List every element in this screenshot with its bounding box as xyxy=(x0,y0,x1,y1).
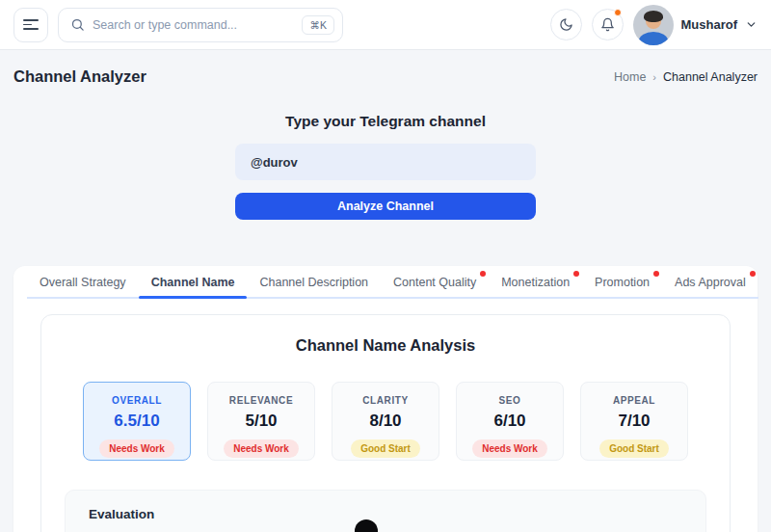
notifications-button[interactable] xyxy=(592,9,624,40)
channel-input[interactable] xyxy=(235,144,536,180)
form-heading: Type your Telegram channel xyxy=(0,113,771,130)
avatar xyxy=(633,5,674,45)
tab-monetization[interactable]: Monetization xyxy=(489,266,582,297)
search-shortcut-badge: ⌘K xyxy=(302,15,334,35)
page-title: Channel Analyzer xyxy=(13,67,146,86)
tab-channel-description[interactable]: Channel Description xyxy=(247,266,381,297)
status-badge: Needs Work xyxy=(224,439,299,458)
score-card-clarity[interactable]: CLARITY 8/10 Good Start xyxy=(332,382,439,461)
tab-overall-strategy[interactable]: Overall Strategy xyxy=(27,266,139,297)
theme-toggle-button[interactable] xyxy=(550,9,582,40)
score-card-overall[interactable]: OVERALL 6.5/10 Needs Work xyxy=(83,382,191,461)
status-badge: Needs Work xyxy=(99,439,174,458)
alert-dot xyxy=(653,271,659,277)
analysis-title: Channel Name Analysis xyxy=(41,336,730,355)
breadcrumb-home-link[interactable]: Home xyxy=(614,70,646,84)
global-search[interactable]: ⌘K xyxy=(58,8,343,42)
tab-promotion[interactable]: Promotion xyxy=(582,266,662,297)
breadcrumb: Home › Channel Analyzer xyxy=(614,70,758,84)
score-card-relevance[interactable]: RELEVANCE 5/10 Needs Work xyxy=(207,382,315,461)
score-cards-row: OVERALL 6.5/10 Needs Work RELEVANCE 5/10… xyxy=(41,382,730,461)
tab-content-quality[interactable]: Content Quality xyxy=(381,266,489,297)
analyze-form: Type your Telegram channel Analyze Chann… xyxy=(0,113,771,220)
sidebar-toggle-button[interactable] xyxy=(13,8,48,42)
analyze-channel-button[interactable]: Analyze Channel xyxy=(235,193,536,220)
app-header: ⌘K Musharof xyxy=(0,0,771,50)
user-name: Musharof xyxy=(681,17,738,32)
notification-dot xyxy=(614,9,622,16)
evaluation-section: Evaluation xyxy=(65,490,706,532)
chevron-down-icon xyxy=(745,18,758,31)
results-panel: Overall Strategy Channel Name Channel De… xyxy=(13,266,758,532)
alert-dot xyxy=(480,271,486,277)
tab-channel-name[interactable]: Channel Name xyxy=(139,266,248,297)
tab-ads-approval[interactable]: Ads Approval xyxy=(662,266,758,297)
search-input[interactable] xyxy=(93,18,294,32)
search-icon xyxy=(70,17,85,32)
status-badge: Good Start xyxy=(351,439,420,458)
bell-icon xyxy=(600,17,615,32)
alert-dot xyxy=(750,271,756,277)
status-badge: Needs Work xyxy=(472,439,547,458)
breadcrumb-current: Channel Analyzer xyxy=(663,70,758,84)
analysis-tabs: Overall Strategy Channel Name Channel De… xyxy=(27,266,758,299)
evaluation-title: Evaluation xyxy=(89,507,682,521)
moon-icon xyxy=(559,17,573,32)
alert-dot xyxy=(573,271,579,277)
hamburger-icon xyxy=(23,19,39,21)
user-menu[interactable]: Musharof xyxy=(633,5,758,45)
channel-name-analysis-card: Channel Name Analysis OVERALL 6.5/10 Nee… xyxy=(40,314,731,532)
breadcrumb-separator-icon: › xyxy=(652,71,656,83)
score-card-seo[interactable]: SEO 6/10 Needs Work xyxy=(456,382,564,461)
score-card-appeal[interactable]: APPEAL 7/10 Good Start xyxy=(580,382,688,461)
status-badge: Good Start xyxy=(599,439,669,458)
